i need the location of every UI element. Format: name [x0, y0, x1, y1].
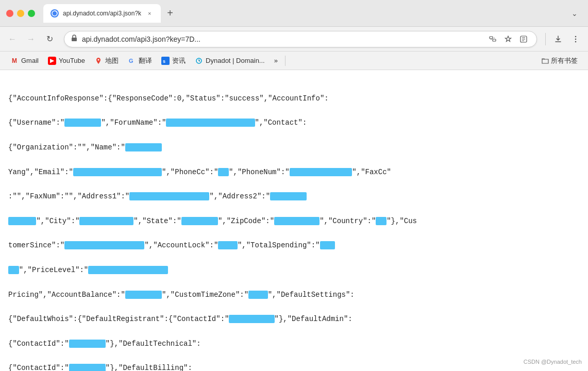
redacted-contactid1: [229, 315, 274, 323]
reload-icon: ↻: [46, 34, 53, 44]
dynadot-label: Dynadot | Domain...: [206, 57, 265, 64]
address-actions: [486, 32, 530, 46]
svg-text:G: G: [129, 58, 133, 64]
redacted-spending2: [8, 266, 19, 274]
svg-point-8: [98, 59, 99, 60]
redacted-addr2: [270, 192, 307, 200]
new-tab-button[interactable]: +: [163, 6, 177, 21]
redacted-country: [376, 217, 387, 225]
url-text: api.dynadot.com/api3.json?key=7D...: [82, 35, 482, 43]
navbar-right: [550, 31, 584, 47]
redacted-email: [73, 168, 162, 176]
bookmark-gmail[interactable]: M Gmail: [6, 55, 43, 67]
news-label: 资讯: [172, 56, 186, 65]
tab-area: api.dynadot.com/api3.json?k × + ⌄: [43, 4, 582, 23]
close-button[interactable]: [6, 10, 13, 17]
redacted-name1: [125, 143, 162, 151]
navbar: ← → ↻ api.dynadot.com/api3.json?key=7D..…: [0, 27, 588, 52]
redacted-username: [64, 119, 101, 127]
redacted-spending: [320, 241, 335, 249]
tab-menu-button[interactable]: ⌄: [567, 6, 582, 21]
all-bookmarks-label: 所有书签: [551, 56, 578, 65]
bookmark-news[interactable]: s 资讯: [157, 54, 190, 68]
redacted-pricelevel: [88, 266, 168, 274]
all-bookmarks-button[interactable]: 所有书签: [537, 54, 582, 68]
more-button[interactable]: [567, 31, 584, 47]
bookmark-dynadot[interactable]: Dynadot | Domain...: [191, 55, 269, 67]
maximize-button[interactable]: [28, 10, 35, 17]
tab-title: api.dynadot.com/api3.json?k: [63, 10, 141, 17]
redacted-contactid3: [69, 364, 106, 371]
svg-point-5: [575, 36, 577, 37]
redacted-state: [181, 217, 218, 225]
youtube-favicon: ▶: [48, 57, 56, 65]
gmail-favicon: M: [10, 57, 19, 65]
tab-close-button[interactable]: ×: [145, 9, 154, 18]
traffic-lights: [6, 10, 35, 17]
bookmark-translate[interactable]: G 翻译: [124, 54, 156, 68]
content-area: {"AccountInfoResponse":{"ResponseCode":0…: [0, 70, 588, 371]
redacted-zip: [274, 217, 320, 225]
bookmark-youtube[interactable]: ▶ YouTube: [44, 55, 89, 67]
minimize-button[interactable]: [17, 10, 24, 17]
translate-button[interactable]: [486, 32, 499, 46]
redacted-phonenum: [290, 168, 352, 176]
download-button[interactable]: [550, 31, 566, 47]
back-icon: ←: [8, 35, 16, 44]
svg-rect-2: [490, 37, 493, 39]
svg-text:s: s: [163, 59, 165, 64]
redacted-lock: [218, 241, 238, 249]
redacted-city: [79, 217, 133, 225]
maps-label: 地图: [105, 56, 119, 65]
json-text: {"AccountInfoResponse":{"ResponseCode":0…: [8, 94, 329, 103]
tab-favicon: [51, 9, 59, 18]
profile-button[interactable]: [517, 32, 530, 46]
json-content: {"AccountInfoResponse":{"ResponseCode":0…: [8, 80, 580, 371]
redacted-contactid2: [69, 340, 106, 348]
bookmark-maps[interactable]: 地图: [90, 54, 123, 68]
active-tab[interactable]: api.dynadot.com/api3.json?k ×: [43, 4, 161, 23]
youtube-label: YouTube: [59, 57, 85, 64]
bookmarks-bar: M Gmail ▶ YouTube 地图 G 翻译 s 资讯 Dyna: [0, 52, 588, 70]
back-button[interactable]: ←: [4, 31, 21, 47]
translate-favicon: G: [128, 57, 136, 65]
svg-rect-3: [493, 39, 496, 41]
navbar-divider: [545, 33, 546, 45]
address-bar[interactable]: api.dynadot.com/api3.json?key=7D...: [64, 31, 537, 47]
forward-button[interactable]: →: [23, 31, 39, 47]
translate-label: 翻译: [139, 56, 152, 65]
redacted-timezone: [248, 291, 268, 299]
news-favicon: s: [161, 57, 170, 65]
forward-icon: →: [27, 35, 35, 44]
watermark: CSDN @Dynadot_tech: [524, 357, 582, 367]
redacted-forumname: [166, 119, 255, 127]
redacted-addr1: [129, 192, 209, 200]
folder-icon: [542, 57, 549, 64]
redacted-phonecc: [218, 168, 229, 176]
redacted-since: [64, 241, 144, 249]
bookmarks-separator: [285, 56, 285, 66]
reload-button[interactable]: ↻: [41, 31, 58, 47]
maps-favicon: [94, 57, 103, 65]
more-bookmarks-icon: »: [274, 57, 278, 64]
titlebar: api.dynadot.com/api3.json?k × + ⌄: [0, 0, 588, 27]
svg-point-6: [575, 38, 577, 40]
dynadot-favicon: [195, 57, 203, 65]
gmail-label: Gmail: [21, 57, 39, 64]
redacted-balance: [125, 291, 162, 299]
more-bookmarks-button[interactable]: »: [270, 55, 282, 66]
redacted-addr2b: [8, 217, 36, 225]
security-icon: [71, 35, 78, 43]
bookmark-star-button[interactable]: [501, 32, 515, 46]
svg-point-7: [575, 41, 577, 42]
svg-rect-1: [72, 38, 77, 41]
